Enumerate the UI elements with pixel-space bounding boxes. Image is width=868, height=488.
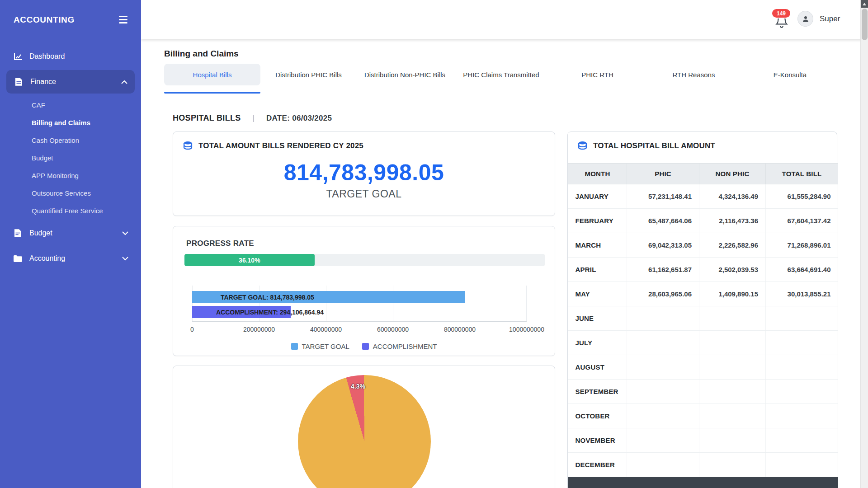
x-tick: 600000000 [377, 326, 409, 333]
non-phic-cell [699, 306, 766, 331]
sidebar-item-finance[interactable]: Finance [6, 70, 135, 94]
table-row: MAY 28,603,965.06 1,409,890.15 30,013,85… [568, 282, 838, 306]
non-phic-cell [699, 404, 766, 428]
tab-hospital-bills[interactable]: Hospital Bills [164, 64, 260, 85]
user-name: Super [820, 14, 840, 23]
non-phic-cell: 2,116,473.36 [699, 209, 766, 233]
phic-cell: 69,042,313.05 [627, 233, 699, 258]
chart-legend: TARGET GOAL ACCOMPLISHMENT [173, 343, 555, 350]
section-title: HOSPITAL BILLS [173, 113, 241, 123]
card-header: TOTAL HOSPITAL BILL AMOUNT [568, 132, 837, 150]
sidebar-item-label: Budget [29, 229, 52, 237]
money-invoice-icon [13, 229, 23, 237]
x-tick: 1000000000 [509, 326, 544, 333]
progress-percent-label: 36.10% [239, 257, 260, 264]
separator: | [253, 114, 255, 123]
sidebar-subitem-quantified-free-service[interactable]: Quantified Free Service [0, 202, 141, 220]
month-cell: JANUARY [568, 184, 627, 209]
total-bill-cell: 30,013,855.21 [766, 282, 838, 306]
total-bills-card: TOTAL AMOUNT BILLS RENDERED CY 2025 814,… [173, 131, 555, 216]
sidebar-item-label: Accounting [29, 254, 65, 263]
card-header: TOTAL AMOUNT BILLS RENDERED CY 2025 [173, 132, 555, 150]
sidebar-subitem-budget[interactable]: Budget [0, 149, 141, 167]
x-axis-ticks: 0 200000000 400000000 600000000 80000000… [192, 326, 527, 334]
phic-cell [627, 355, 699, 380]
progress-title: PROGRESS RATE [173, 226, 555, 248]
table-row: JUNE [568, 306, 838, 331]
x-tick: 200000000 [243, 326, 275, 333]
menu-icon[interactable] [119, 16, 127, 23]
progress-bar: 36.10% [184, 254, 545, 266]
tab-rth-reasons[interactable]: RTH Reasons [646, 64, 742, 85]
month-cell: MAY [568, 282, 627, 306]
section-header: HOSPITAL BILLS | DATE: 06/03/2025 [173, 113, 332, 123]
phic-cell [627, 428, 699, 453]
pie-chart [298, 375, 431, 488]
sidebar-item-dashboard[interactable]: Dashboard [0, 44, 141, 69]
card-title: TOTAL HOSPITAL BILL AMOUNT [593, 141, 715, 150]
scroll-up-button[interactable] [861, 0, 868, 8]
sidebar-item-label: Dashboard [29, 52, 65, 61]
phic-cell [627, 404, 699, 428]
phic-cell: 61,162,651.87 [627, 258, 699, 282]
app-title: ACCOUNTING [14, 15, 75, 25]
coins-icon [578, 141, 587, 150]
month-cell: APRIL [568, 258, 627, 282]
sidebar-item-budget[interactable]: Budget [0, 221, 141, 246]
progress-rate-card: PROGRESS RATE 36.10% TARGET GOAL: 814,78… [173, 226, 555, 356]
table-footer-row [568, 477, 838, 488]
sidebar-subitem-billing-and-claims[interactable]: Billing and Claims [0, 114, 141, 131]
sidebar-subitem-cash-operation[interactable]: Cash Operation [0, 131, 141, 149]
page-scrollbar[interactable] [860, 0, 868, 488]
table-row: MARCH 69,042,313.05 2,226,582.96 71,268,… [568, 233, 838, 258]
total-bill-cell [766, 380, 838, 404]
hospital-bill-table-card: TOTAL HOSPITAL BILL AMOUNT MONTH PHIC NO… [567, 131, 837, 488]
x-tick: 800000000 [444, 326, 476, 333]
invoice-icon [14, 78, 24, 86]
tab-distribution-phic-bills[interactable]: Distribution PHIC Bills [260, 64, 357, 85]
tab-phic-claims-transmitted[interactable]: PHIC Claims Transmitted [453, 64, 549, 85]
scrollbar-thumb[interactable] [862, 9, 868, 40]
table-row: JULY [568, 331, 838, 355]
sidebar-header: ACCOUNTING [0, 0, 141, 39]
chevron-down-icon [122, 231, 128, 235]
non-phic-cell [699, 380, 766, 404]
sidebar-subitem-outsource-services[interactable]: Outsource Services [0, 184, 141, 202]
legend-item-target-goal[interactable]: TARGET GOAL [291, 343, 349, 350]
month-cell: JULY [568, 331, 627, 355]
total-bill-cell [766, 404, 838, 428]
sidebar-subitem-app-monitoring[interactable]: APP Monitoring [0, 167, 141, 184]
month-cell: NOVEMBER [568, 428, 627, 453]
tab-e-konsulta[interactable]: E-Konsulta [742, 64, 838, 85]
non-phic-cell: 4,324,136.49 [699, 184, 766, 209]
month-cell: SEPTEMBER [568, 380, 627, 404]
sidebar-subitem-caf[interactable]: CAF [0, 96, 141, 114]
phic-cell [627, 331, 699, 355]
table-row: NOVEMBER [568, 428, 838, 453]
pie-chart-card: 4.3% [173, 366, 555, 488]
total-bill-cell [766, 306, 838, 331]
sidebar-item-label: Finance [30, 78, 56, 86]
tab-distribution-non-phic-bills[interactable]: Distribution Non-PHIC Bills [357, 64, 453, 85]
chevron-up-icon [121, 80, 127, 84]
month-cell: FEBRUARY [568, 209, 627, 233]
finance-submenu: CAF Billing and Claims Cash Operation Bu… [0, 94, 141, 221]
month-cell: DECEMBER [568, 453, 627, 477]
active-tab-indicator [164, 92, 260, 94]
phic-cell [627, 453, 699, 477]
month-cell: OCTOBER [568, 404, 627, 428]
column-header-phic: PHIC [627, 164, 699, 184]
column-header-month: MONTH [568, 164, 627, 184]
legend-swatch-icon [362, 343, 369, 350]
sidebar: ACCOUNTING Dashboard Finance CAF [0, 0, 141, 488]
user-menu[interactable]: Super [797, 11, 840, 27]
tab-phic-rth[interactable]: PHIC RTH [549, 64, 646, 85]
x-tick: 0 [190, 326, 194, 333]
notifications-button[interactable]: 149 [769, 8, 795, 33]
sidebar-item-accounting[interactable]: Accounting [0, 246, 141, 271]
phic-cell: 65,487,664.06 [627, 209, 699, 233]
legend-item-accomplishment[interactable]: ACCOMPLISHMENT [362, 343, 437, 350]
scroll-up-icon [863, 3, 866, 5]
column-header-non-phic: NON PHIC [699, 164, 766, 184]
legend-swatch-icon [291, 343, 298, 350]
